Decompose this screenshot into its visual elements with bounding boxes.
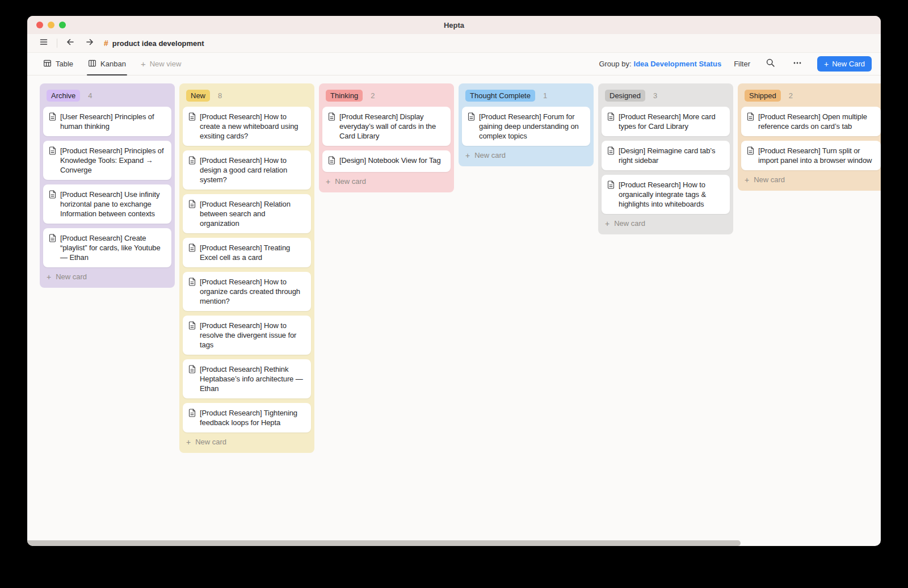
document-icon (468, 112, 475, 123)
desktop-background: Hepta (0, 0, 908, 588)
kanban-card[interactable]: [Product Research] Turn split or import … (741, 141, 881, 170)
tab-kanban[interactable]: Kanban (88, 53, 126, 75)
document-icon (49, 112, 56, 123)
kanban-card[interactable]: [Product Research] Tightening feedback l… (183, 403, 311, 432)
card-list: [Produt Research] Display everyday’s wal… (322, 107, 451, 172)
group-by-label: Group by: (599, 60, 631, 68)
kanban-column-archive: Archive 4 [User Research] Principles of … (40, 83, 175, 288)
new-card-button[interactable]: + New Card (817, 56, 872, 72)
kanban-card[interactable]: [Product Research] Principles of Knowled… (43, 141, 171, 180)
column-new-card-label: New card (56, 272, 87, 281)
kanban-card[interactable]: [Product Research] How to organically in… (602, 175, 730, 214)
column-new-card-label: New card (195, 438, 226, 446)
document-icon (188, 409, 196, 419)
document-icon (607, 146, 615, 157)
card-title: [Product Research] Create “playlist” for… (60, 233, 166, 262)
card-title: [Product Research] How to organize cards… (200, 277, 305, 306)
plus-icon: + (47, 273, 51, 281)
column-new-card-button[interactable]: + New card (183, 432, 311, 450)
horizontal-scrollbar-thumb[interactable] (27, 540, 741, 546)
kanban-card[interactable]: [Product Research] Open multiple referen… (741, 107, 881, 136)
column-card-count: 4 (88, 91, 92, 100)
arrow-left-icon (66, 37, 75, 49)
card-title: [Design] Notebook View for Tag (339, 156, 441, 165)
tab-table[interactable]: Table (43, 53, 73, 75)
card-title: [Product Research] How to design a good … (200, 156, 305, 184)
plus-icon: + (824, 60, 829, 68)
column-header: New 8 (183, 87, 311, 107)
more-options-button[interactable] (790, 57, 805, 72)
column-new-card-button[interactable]: + New card (43, 267, 171, 284)
card-title: [Product Research] Tightening feedback l… (200, 408, 305, 427)
document-icon (49, 234, 56, 245)
kanban-card[interactable]: [Design] Reimagine card tab’s right side… (602, 141, 730, 170)
column-header: Thinking 2 (322, 87, 451, 107)
card-list: [Product Research] Forum for gaining dee… (462, 107, 590, 146)
tab-new-view[interactable]: + New view (141, 53, 181, 75)
document-icon (188, 365, 196, 376)
kanban-card[interactable]: [Product Research] More card types for C… (602, 107, 730, 136)
card-list: [Product Research] How to create a new w… (183, 107, 311, 432)
kanban-card[interactable]: [Design] Notebook View for Tag (322, 150, 451, 172)
column-new-card-button[interactable]: + New card (322, 172, 451, 189)
column-status-badge: Archive (47, 90, 80, 102)
document-icon (607, 112, 615, 123)
card-title: [Product Research] Use infinity horizont… (60, 190, 166, 219)
card-title: [Product Research] Forum for gaining dee… (479, 112, 585, 141)
document-icon (188, 112, 196, 123)
kanban-card[interactable]: [User Research] Principles of human thin… (43, 107, 171, 136)
plus-icon: + (605, 220, 609, 228)
card-title: [Product Research] Open multiple referen… (758, 112, 875, 131)
kanban-card[interactable]: [Product Research] Relation between sear… (183, 194, 311, 233)
document-icon (188, 200, 196, 211)
toolbar: # product idea development (27, 34, 881, 53)
column-status-badge: New (186, 90, 210, 102)
card-title: [User Research] Principles of human thin… (60, 112, 166, 131)
document-icon (49, 190, 56, 201)
forward-button[interactable] (82, 36, 97, 51)
app-window: Hepta (27, 16, 881, 546)
kanban-card[interactable]: [Product Research] How to design a good … (183, 150, 311, 190)
kanban-card[interactable]: [Product Research] Forum for gaining dee… (462, 107, 590, 146)
column-card-count: 2 (789, 91, 793, 100)
kanban-card[interactable]: [Product Research] How to organize cards… (183, 272, 311, 311)
document-icon (188, 243, 196, 254)
card-title: [Design] Reimagine card tab’s right side… (619, 146, 724, 165)
card-list: [User Research] Principles of human thin… (43, 107, 171, 267)
column-new-card-label: New card (335, 177, 366, 186)
kanban-column-designed: Designed 3 [Product Research] More card … (598, 83, 733, 234)
breadcrumb-title: product idea development (112, 39, 204, 48)
back-button[interactable] (63, 36, 78, 51)
breadcrumb[interactable]: # product idea development (104, 39, 204, 48)
hash-icon: # (104, 39, 108, 48)
card-title: [Product Research] Rethink Heptabase’s i… (200, 364, 305, 393)
group-by-control[interactable]: Group by:Idea Development Status (599, 60, 721, 68)
kanban-card[interactable]: [Product Research] Use infinity horizont… (43, 184, 171, 224)
kanban-board: Archive 4 [User Research] Principles of … (27, 75, 881, 546)
kanban-card[interactable]: [Product Research] Rethink Heptabase’s i… (183, 359, 311, 398)
window-title: Hepta (27, 16, 881, 34)
column-new-card-button[interactable]: + New card (602, 214, 730, 231)
kanban-card[interactable]: [Product Research] How to resolve the di… (183, 316, 311, 355)
filter-button[interactable]: Filter (734, 60, 750, 68)
document-icon (747, 146, 754, 157)
column-card-count: 1 (543, 91, 547, 100)
column-card-count: 8 (218, 91, 222, 100)
search-button[interactable] (763, 57, 777, 72)
kanban-card[interactable]: [Product Research] How to create a new w… (183, 107, 311, 146)
table-view-icon (43, 59, 52, 69)
kanban-card[interactable]: [Product Research] Create “playlist” for… (43, 228, 171, 267)
toolbar-divider (57, 39, 57, 48)
plus-icon: + (141, 60, 146, 68)
card-title: [Product Research] How to organically in… (619, 180, 724, 209)
card-title: [Product Research] Relation between sear… (200, 199, 305, 228)
kanban-card[interactable]: [Produt Research] Display everyday’s wal… (322, 107, 451, 146)
column-new-card-button[interactable]: + New card (462, 146, 590, 163)
plus-icon: + (326, 178, 330, 186)
column-header: Shipped 2 (741, 87, 881, 107)
column-new-card-button[interactable]: + New card (741, 170, 881, 187)
kanban-card[interactable]: [Product Research] Treating Excel cell a… (183, 238, 311, 267)
column-card-count: 3 (653, 91, 657, 100)
kanban-column-thought-complete: Thought Complete 1 [Product Research] Fo… (459, 83, 594, 166)
sidebar-menu-button[interactable] (36, 36, 51, 51)
